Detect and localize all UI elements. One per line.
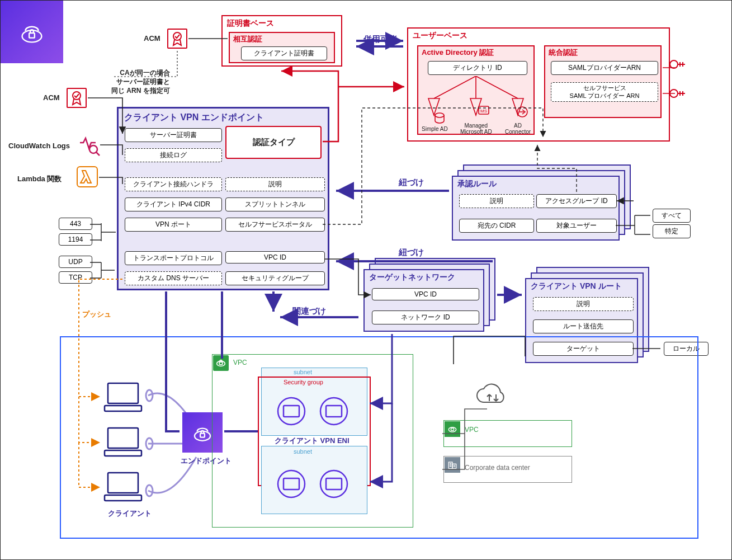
cert-base-title: 証明書ベース — [223, 16, 341, 31]
sg-label: Security group — [284, 379, 323, 385]
ad-connector-label: AD Connector — [505, 123, 531, 135]
ar-group: アクセスグループ ID — [536, 194, 617, 208]
svg-point-10 — [89, 145, 97, 153]
client-cert-item: クライアント証明書 — [241, 46, 327, 60]
push-label: プッシュ — [82, 309, 111, 319]
auth-rules-title: 承認ルール — [453, 177, 618, 191]
target-net-title: ターゲットネットワーク — [365, 270, 483, 285]
ep-self-portal: セルフサービスポータル — [225, 218, 325, 232]
subnet2-label: subnet — [294, 448, 312, 455]
ar-cidr: 宛先の CIDR — [459, 219, 534, 233]
subnet1-label: subnet — [294, 369, 312, 375]
service-icon — [1, 1, 63, 63]
link-label-1: 紐づけ — [399, 177, 424, 188]
proto-udp: UDP — [59, 256, 92, 268]
link-label-2: 紐づけ — [399, 247, 424, 258]
svg-rect-33 — [451, 428, 454, 430]
cdc-label: Corporate data center — [465, 464, 530, 472]
other-vpc-label: VPC — [465, 426, 479, 434]
managed-ad-label: Managed Microsoft AD — [460, 123, 492, 135]
svg-rect-1 — [29, 33, 35, 38]
ar-desc: 説明 — [459, 194, 534, 208]
vpc-icon — [213, 355, 229, 371]
user-base-title: ユーザーベース — [408, 29, 669, 43]
mutual-auth-title: 相互認証 — [230, 33, 334, 45]
ep-server-cert: サーバー証明書 — [125, 128, 222, 142]
port-1194: 1194 — [59, 233, 92, 246]
routes-title: クライアント VPN ルート — [526, 279, 637, 294]
vpn-endpoint-title: クライアント VPN エンドポイント — [119, 109, 328, 127]
ar-all: すべて — [653, 209, 691, 223]
ep-ipv4-cidr: クライアント IPv4 CIDR — [125, 197, 222, 211]
svg-point-32 — [448, 427, 456, 432]
ep-transport: トランスポートプロトコル — [125, 251, 222, 265]
ep-conn-handler: クライアント接続ハンドラ — [125, 177, 222, 191]
lambda-label: Lambda 関数 — [17, 174, 62, 184]
cdc-icon — [445, 457, 460, 473]
combine-label: 併用可能 — [363, 34, 397, 45]
tn-net-id: ネットワーク ID — [372, 310, 479, 324]
ep-sg: セキュリティグループ — [225, 271, 325, 285]
svg-point-8 — [670, 90, 678, 97]
other-vpc-icon — [445, 421, 460, 437]
assoc-label: 関連づけ — [292, 306, 326, 317]
cloudwatch-label: CloudWatch Logs — [8, 142, 70, 150]
fed-auth-group: 統合認証 — [544, 45, 662, 118]
proto-tcp: TCP — [59, 271, 92, 284]
rt-dest: ルート送信先 — [533, 319, 634, 333]
ep-auth-type: 認証タイプ — [225, 126, 322, 159]
svg-point-0 — [22, 30, 42, 42]
self-service-saml-item: セルフサービス SAML プロバイダー ARN — [551, 82, 658, 102]
svg-point-20 — [195, 431, 210, 441]
ep-desc: 説明 — [225, 177, 325, 191]
acm-label-2: ACM — [43, 93, 60, 102]
simple-ad-label: Simple AD — [422, 126, 448, 132]
acm-icon-2 — [67, 88, 87, 108]
svg-point-22 — [217, 361, 225, 366]
svg-rect-35 — [452, 464, 456, 468]
fed-auth-title: 統合認証 — [545, 46, 660, 59]
ep-vpn-port: VPN ポート — [125, 218, 222, 232]
ad-auth-title: Active Directory 認証 — [418, 46, 533, 59]
svg-rect-34 — [448, 462, 452, 469]
svg-point-7 — [670, 60, 678, 68]
vpc-label: VPC — [233, 359, 247, 366]
ep-conn-log: 接続ログ — [125, 148, 222, 162]
ep-vpc-id: VPC ID — [225, 251, 325, 263]
ad-auth-group: Active Directory 認証 — [417, 45, 535, 135]
acm-icon-1 — [167, 29, 187, 49]
tn-vpc: VPC ID — [372, 288, 479, 300]
ep-split-tunnel: スプリットトンネル — [225, 197, 325, 211]
ep-dns: カスタム DNS サーバー — [125, 271, 222, 285]
client-label: クライアント — [108, 509, 152, 519]
acm-label-1: ACM — [144, 34, 160, 43]
ar-specific: 特定 — [653, 224, 691, 238]
subnet2-box — [261, 446, 367, 514]
rt-desc: 説明 — [533, 297, 634, 311]
svg-rect-21 — [200, 434, 205, 437]
lambda-icon — [77, 166, 98, 187]
svg-rect-23 — [219, 362, 223, 365]
eni-label: クライアント VPN ENI — [275, 436, 350, 446]
other-vpc-box — [443, 420, 572, 447]
ca-note: CAが同一の場合 サーバー証明書と 同じ ARN を指定可 — [111, 68, 170, 96]
ar-target: 対象ユーザー — [536, 219, 617, 233]
port-443: 443 — [59, 218, 92, 230]
directory-id-item: ディレクトリ ID — [428, 61, 527, 75]
saml-arn-item: SAMLプロバイダーARN — [551, 61, 658, 75]
